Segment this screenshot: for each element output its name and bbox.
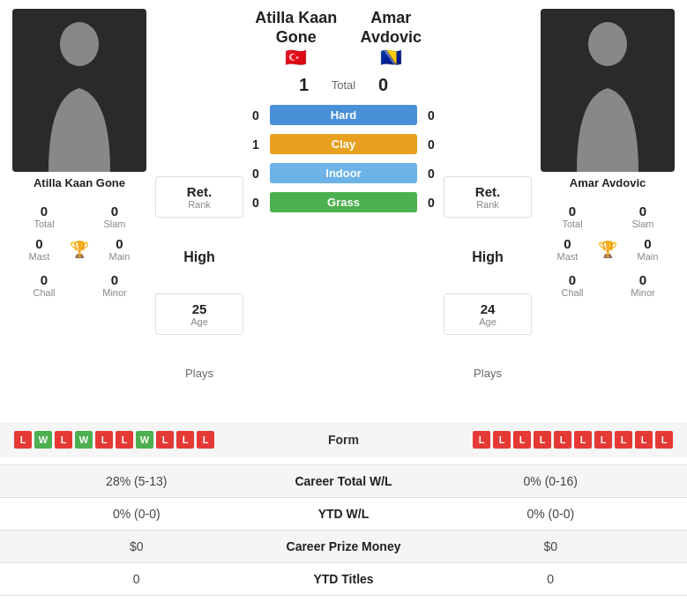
left-info-boxes: Ret. Rank High 25 Age Plays (155, 9, 243, 404)
right-badge-8: L (635, 431, 653, 449)
right-form-badges: L L L L L L L L L L (386, 431, 674, 449)
stat-right-3: 0 (432, 572, 670, 586)
right-badge-9: L (655, 431, 673, 449)
stat-center-0: Career Total W/L (256, 474, 432, 488)
right-info-boxes: Ret. Rank High 24 Age Plays (444, 9, 532, 404)
stats-row-1: 0% (0-0) YTD W/L 0% (0-0) (0, 497, 687, 530)
stat-center-2: Career Prize Money (256, 539, 432, 553)
right-player-avatar (541, 9, 675, 172)
left-player-avatar (12, 9, 146, 172)
left-high-box: High (155, 225, 243, 290)
left-silhouette-icon (40, 18, 119, 172)
right-stat-total: 0 Total (537, 200, 608, 233)
form-label: Form (309, 433, 379, 447)
left-badge-0: L (14, 431, 32, 449)
right-player-col: Amar Avdovic 0 Total 0 Slam 0 Mast 🏆 (537, 9, 678, 404)
left-age-box: 25 Age (155, 293, 243, 335)
right-badge-4: L (554, 431, 571, 449)
right-player-name: Amar Avdovic (570, 176, 646, 189)
left-badge-4: L (95, 431, 113, 449)
left-badge-6: W (136, 431, 153, 449)
right-stat-main: 0 Main (617, 233, 678, 265)
stat-left-3: 0 (18, 572, 256, 586)
stat-center-3: YTD Titles (256, 572, 432, 586)
left-badge-5: L (116, 431, 133, 449)
left-badge-7: L (156, 431, 174, 449)
comparison-wrapper: Atilla Kaan Gone 0 Total 0 Slam 0 Mast 🏆 (0, 0, 687, 413)
left-stat-main: 0 Main (89, 233, 150, 265)
right-badge-3: L (534, 431, 551, 449)
right-trophy-row: 0 Mast 🏆 0 Main (537, 233, 678, 265)
left-player-col: Atilla Kaan Gone 0 Total 0 Slam 0 Mast 🏆 (9, 9, 150, 404)
stats-row-0: 28% (5-13) Career Total W/L 0% (0-16) (0, 464, 687, 497)
right-stats-grid: 0 Total 0 Slam (537, 200, 678, 233)
surface-row-hard: 0 Hard 0 (249, 105, 438, 125)
surface-row-grass: 0 Grass 0 (249, 192, 438, 212)
left-stat-chall: 0 Chall (9, 269, 79, 301)
right-silhouette-icon (568, 18, 647, 172)
stat-right-1: 0% (0-0) (432, 507, 670, 521)
svg-point-0 (60, 22, 99, 66)
surface-row-clay: 1 Clay 0 (249, 134, 438, 154)
stat-right-2: $0 (432, 539, 670, 553)
right-badge-2: L (513, 431, 531, 449)
form-section: L W L W L L W L L L Form L L L L L L L L… (0, 422, 687, 457)
stat-right-0: 0% (0-16) (432, 474, 670, 488)
right-stat-slam: 0 Slam (608, 200, 678, 233)
right-high-box: High (444, 225, 532, 290)
stat-left-0: 28% (5-13) (18, 474, 256, 488)
stat-left-2: $0 (18, 539, 256, 553)
right-badge-1: L (493, 431, 511, 449)
right-trophy-icon: 🏆 (598, 240, 617, 259)
right-plays-box: Plays (444, 342, 532, 404)
stat-center-1: YTD W/L (256, 507, 432, 521)
left-stat-mast: 0 Mast (9, 233, 70, 265)
left-stats-grid: 0 Total 0 Slam (9, 200, 150, 233)
left-badge-1: W (34, 431, 52, 449)
left-stat-total: 0 Total (9, 200, 79, 233)
stats-row-3: 0 YTD Titles 0 (0, 562, 687, 596)
right-badge-5: L (574, 431, 592, 449)
left-rank-box: Ret. Rank (155, 176, 243, 218)
players-header: Atilla Kaan Gone 🇹🇷 Amar Avdovic 🇧🇦 (249, 9, 438, 68)
right-age-box: 24 Age (444, 293, 532, 335)
right-stat-mast: 0 Mast (537, 233, 598, 265)
main-container: Atilla Kaan Gone 0 Total 0 Slam 0 Mast 🏆 (0, 0, 687, 596)
left-badge-3: W (75, 431, 93, 449)
stats-row-2: $0 Career Prize Money $0 (0, 530, 687, 562)
right-stat-minor: 0 Minor (608, 269, 678, 301)
left-form-badges: L W L W L L W L L L (14, 431, 302, 449)
right-player-header: Amar Avdovic 🇧🇦 (344, 9, 439, 68)
left-player-name: Atilla Kaan Gone (34, 176, 125, 189)
left-trophy-row: 0 Mast 🏆 0 Main (9, 233, 150, 265)
center-col: Atilla Kaan Gone 🇹🇷 Amar Avdovic 🇧🇦 1 To… (249, 9, 438, 404)
right-badge-6: L (594, 431, 612, 449)
left-trophy-icon: 🏆 (70, 240, 89, 259)
right-badge-7: L (615, 431, 632, 449)
surface-row-indoor: 0 Indoor 0 (249, 163, 438, 183)
bottom-stats: 28% (5-13) Career Total W/L 0% (0-16) 0%… (0, 464, 687, 596)
left-stats-grid-2: 0 Chall 0 Minor (9, 269, 150, 301)
right-rank-box: Ret. Rank (444, 176, 532, 218)
svg-point-1 (588, 22, 627, 66)
left-stat-minor: 0 Minor (79, 269, 150, 301)
right-badge-0: L (473, 431, 490, 449)
surface-rows: 0 Hard 0 1 Clay 0 0 Indoor 0 0 Grass (249, 99, 438, 219)
total-row: 1 Total 0 (249, 75, 438, 95)
left-stat-slam: 0 Slam (79, 200, 150, 233)
right-stats-grid-2: 0 Chall 0 Minor (537, 269, 678, 301)
stat-left-1: 0% (0-0) (18, 507, 256, 521)
left-player-header: Atilla Kaan Gone 🇹🇷 (249, 9, 344, 68)
right-stat-chall: 0 Chall (537, 269, 608, 301)
left-plays-box: Plays (155, 342, 243, 404)
left-badge-2: L (55, 431, 72, 449)
left-badge-9: L (197, 431, 214, 449)
left-badge-8: L (176, 431, 194, 449)
